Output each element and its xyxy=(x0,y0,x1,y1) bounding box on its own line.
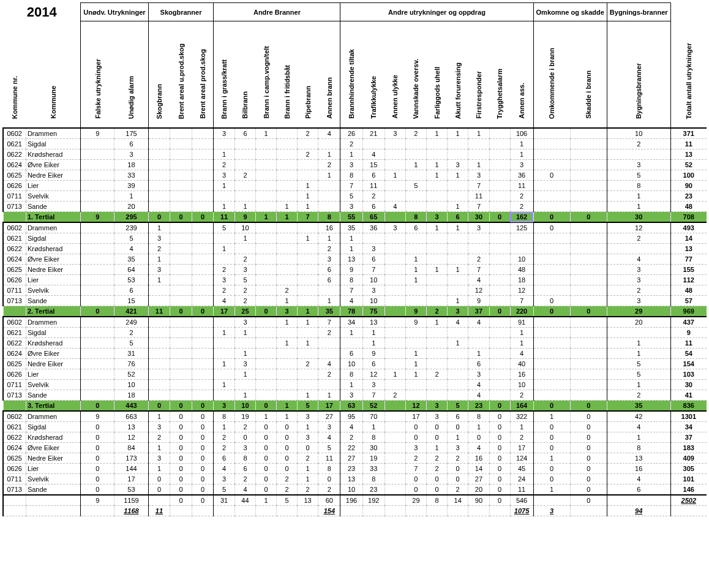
cell: 17 xyxy=(214,306,234,317)
cell: 0 xyxy=(405,422,426,432)
cell xyxy=(468,338,489,349)
stats-table: 2014 Unødv. Utrykninger Skogbranner Andr… xyxy=(2,2,707,516)
cell: 6 xyxy=(114,139,148,149)
cell: 2 xyxy=(468,254,489,265)
cell: 1 xyxy=(447,128,468,139)
cell: 409 xyxy=(670,453,707,464)
cell: 173 xyxy=(114,453,148,464)
cell: 1 xyxy=(297,338,318,349)
cell xyxy=(405,233,426,244)
cell: 7 xyxy=(362,265,385,275)
cell: 421 xyxy=(114,306,148,317)
cell xyxy=(170,149,192,160)
cell xyxy=(533,149,570,160)
cell: 10 xyxy=(340,484,362,496)
cell: 0 xyxy=(570,306,607,317)
cell: 0 xyxy=(533,222,570,233)
cell: 0 xyxy=(570,422,607,432)
cell: 1 xyxy=(214,202,234,212)
cell: 0 xyxy=(256,453,277,464)
cell: 8 xyxy=(607,181,670,191)
cell xyxy=(385,275,405,285)
cell xyxy=(192,202,214,212)
cell: 322 xyxy=(510,411,533,422)
cell: 3 xyxy=(318,254,340,265)
cell: 4 xyxy=(468,390,489,401)
cell: 0621 xyxy=(3,233,26,244)
cell: 0 xyxy=(170,306,192,317)
cell xyxy=(81,506,114,516)
cell xyxy=(148,338,170,349)
cell: Lier xyxy=(26,181,80,191)
cell xyxy=(468,506,489,516)
column-header: Unødig alarm xyxy=(114,21,148,129)
cell xyxy=(214,349,234,359)
cell: 0 xyxy=(570,474,607,484)
cell: 13 xyxy=(114,422,148,432)
column-header: Brann i grass/kratt xyxy=(214,21,234,129)
cell xyxy=(570,380,607,390)
cell xyxy=(385,443,405,453)
cell: Lier xyxy=(26,369,80,380)
cell xyxy=(297,296,318,306)
cell xyxy=(385,432,405,443)
cell: 0 xyxy=(148,401,170,412)
cell: 3 xyxy=(607,275,670,285)
cell xyxy=(256,265,277,275)
cell: Sigdal xyxy=(26,233,80,244)
data-row: 0602Drammen239151016353636113125012493 xyxy=(3,222,707,233)
cell: 1 xyxy=(427,128,448,139)
cell: 1 xyxy=(256,128,277,139)
cell: 2 xyxy=(510,432,533,443)
cell: 42 xyxy=(607,411,670,422)
cell: 1 xyxy=(607,380,670,390)
cell xyxy=(447,328,468,338)
cell: 18 xyxy=(114,160,148,170)
cell xyxy=(427,390,448,401)
cell: Øvre Eiker xyxy=(26,160,80,170)
data-row: 0713Sande053000540222102300220011106146 xyxy=(3,484,707,496)
cell: 1 xyxy=(297,191,318,202)
cell: 11 xyxy=(318,453,340,464)
cell xyxy=(81,160,114,170)
cell xyxy=(385,484,405,496)
cell: 0 xyxy=(570,443,607,453)
cell xyxy=(297,349,318,359)
cell: 2 xyxy=(340,432,362,443)
cell: 443 xyxy=(114,401,148,412)
cell xyxy=(570,170,607,181)
cell: 0 xyxy=(277,453,298,464)
cell xyxy=(170,317,192,328)
cell xyxy=(405,202,426,212)
cell: 5 xyxy=(405,181,426,191)
cell: 2 xyxy=(277,474,298,484)
cell: 1 xyxy=(277,296,298,306)
cell xyxy=(489,380,510,390)
cell: 1 xyxy=(318,296,340,306)
cell xyxy=(533,181,570,191)
cell: 8 xyxy=(340,170,362,181)
cell: 493 xyxy=(670,222,707,233)
cell: 0 xyxy=(192,495,214,506)
cell: 25 xyxy=(234,306,255,317)
cell xyxy=(489,265,510,275)
cell xyxy=(170,285,192,296)
cell xyxy=(468,139,489,149)
cell: 3 xyxy=(427,401,448,412)
cell: 1 xyxy=(148,254,170,265)
cell xyxy=(81,317,114,328)
cell: 1 xyxy=(234,202,255,212)
cell xyxy=(256,244,277,254)
cell: 48 xyxy=(670,285,707,296)
cell: Øvre Eiker xyxy=(26,443,80,453)
cell: 27 xyxy=(318,411,340,422)
cell: 371 xyxy=(670,128,707,139)
cell: 13 xyxy=(297,495,318,506)
cell: 2 xyxy=(427,369,448,380)
cell: 0 xyxy=(81,464,114,474)
cell: 0 xyxy=(447,464,468,474)
cell: 1 xyxy=(447,338,468,349)
cell: 1 xyxy=(427,443,448,453)
cell: 0713 xyxy=(3,296,26,306)
cell: Sigdal xyxy=(26,328,80,338)
